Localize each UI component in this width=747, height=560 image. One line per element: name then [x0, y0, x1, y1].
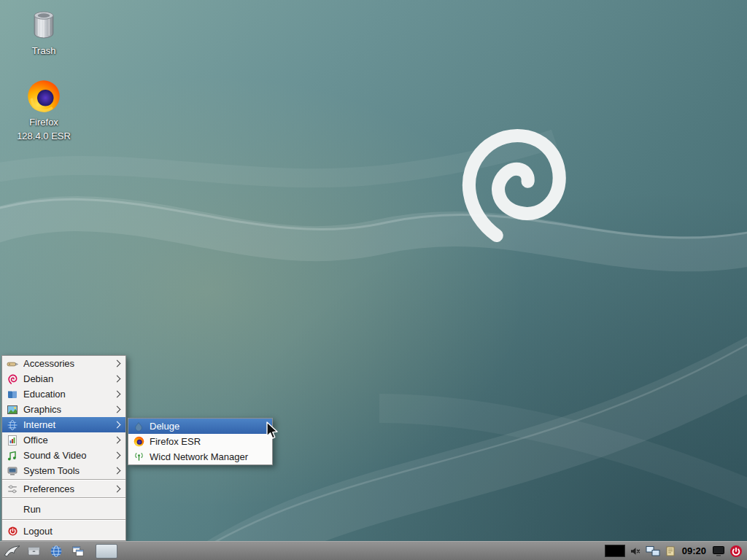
run-icon-placeholder — [7, 503, 18, 515]
menu-item-office[interactable]: Office — [2, 432, 125, 448]
preferences-icon — [7, 483, 18, 495]
internet-submenu: Deluge Firefox ESR Wicd Network Manager — [128, 418, 273, 465]
clipboard-manager-icon[interactable] — [665, 545, 676, 557]
submenu-arrow-icon — [114, 452, 121, 459]
submenu-arrow-icon — [114, 360, 121, 368]
firefox-label-line1: Firefox — [29, 117, 58, 128]
submenu-arrow-icon — [114, 406, 121, 413]
internet-globe-icon — [7, 419, 18, 431]
network-monitor-icon[interactable] — [646, 545, 660, 557]
menu-item-run[interactable]: Run — [2, 499, 125, 518]
firefox-label: Firefox 128.4.0 ESR — [17, 116, 71, 144]
menu-separator — [2, 479, 125, 481]
submenu-arrow-icon — [114, 391, 121, 398]
menu-item-label: Logout — [23, 526, 121, 537]
task-window-button[interactable] — [96, 544, 117, 559]
debian-swirl-icon — [7, 373, 18, 385]
debian-swirl-logo — [451, 115, 571, 252]
menu-button[interactable] — [2, 542, 22, 559]
submenu-item-label: Wicd Network Manager — [150, 451, 268, 462]
menu-item-label: Run — [23, 504, 121, 515]
lxde-bird-icon — [4, 545, 21, 558]
menu-item-logout[interactable]: Logout — [2, 521, 125, 540]
web-browser-icon — [50, 545, 63, 558]
menu-separator — [2, 497, 125, 499]
submenu-arrow-icon — [114, 376, 121, 383]
submenu-arrow-icon — [114, 437, 121, 444]
menu-item-debian[interactable]: Debian — [2, 371, 125, 386]
web-browser-launcher[interactable] — [46, 542, 66, 559]
system-tools-icon — [7, 465, 18, 477]
firefox-icon — [26, 79, 61, 114]
submenu-item-wicd[interactable]: Wicd Network Manager — [128, 449, 272, 464]
taskbar: 09:20 — [0, 541, 747, 560]
trash-label: Trash — [32, 44, 56, 58]
education-icon — [7, 389, 18, 400]
screensaver-applet[interactable] — [605, 545, 625, 557]
application-menu: Accessories Debian Education Graphics — [1, 355, 126, 541]
desktop-icon-firefox[interactable]: Firefox 128.4.0 ESR — [9, 79, 78, 144]
sound-video-icon — [7, 450, 18, 462]
menu-item-label: Graphics — [23, 404, 109, 415]
deluge-icon — [133, 421, 144, 432]
file-manager-launcher[interactable] — [24, 542, 44, 559]
submenu-item-firefox-esr[interactable]: Firefox ESR — [128, 434, 272, 449]
menu-item-graphics[interactable]: Graphics — [2, 402, 125, 417]
menu-item-sound-video[interactable]: Sound & Video — [2, 448, 125, 463]
menu-item-preferences[interactable]: Preferences — [2, 481, 125, 497]
office-icon — [7, 435, 18, 446]
firefox-label-line2: 128.4.0 ESR — [17, 131, 71, 141]
lock-screen-icon[interactable] — [712, 545, 725, 557]
windows-icon — [71, 545, 85, 558]
logout-icon — [7, 525, 18, 537]
menu-item-label: Sound & Video — [23, 450, 109, 461]
taskbar-clock[interactable]: 09:20 — [681, 545, 708, 556]
submenu-item-label: Deluge — [150, 421, 268, 432]
power-button[interactable] — [729, 545, 743, 558]
graphics-icon — [7, 404, 18, 416]
menu-item-label: Accessories — [23, 358, 109, 369]
trash-icon — [28, 9, 60, 42]
submenu-arrow-icon — [114, 421, 121, 429]
menu-item-system-tools[interactable]: System Tools — [2, 463, 125, 478]
wicd-icon — [133, 451, 144, 463]
volume-icon[interactable] — [630, 545, 641, 557]
desktop-icon-trash[interactable]: Trash — [13, 9, 74, 58]
file-manager-icon — [27, 544, 41, 558]
menu-item-education[interactable]: Education — [2, 386, 125, 402]
menu-item-label: System Tools — [23, 465, 109, 476]
submenu-arrow-icon — [114, 467, 121, 475]
menu-separator — [2, 519, 125, 521]
show-desktop-button[interactable] — [68, 542, 88, 559]
accessories-icon — [7, 358, 18, 370]
menu-item-label: Education — [23, 389, 109, 400]
menu-item-accessories[interactable]: Accessories — [2, 356, 125, 371]
submenu-item-label: Firefox ESR — [150, 436, 268, 447]
menu-item-label: Office — [23, 435, 109, 446]
menu-item-internet[interactable]: Internet — [2, 417, 125, 432]
menu-item-label: Preferences — [23, 483, 109, 494]
submenu-item-deluge[interactable]: Deluge — [128, 419, 272, 434]
menu-item-label: Internet — [23, 419, 109, 430]
submenu-arrow-icon — [114, 486, 121, 493]
firefox-icon — [133, 436, 144, 448]
system-tray: 09:20 — [605, 545, 745, 558]
desktop-background: Trash Firefox 128.4.0 ESR Accessories De… — [0, 0, 747, 560]
menu-item-label: Debian — [23, 373, 109, 384]
